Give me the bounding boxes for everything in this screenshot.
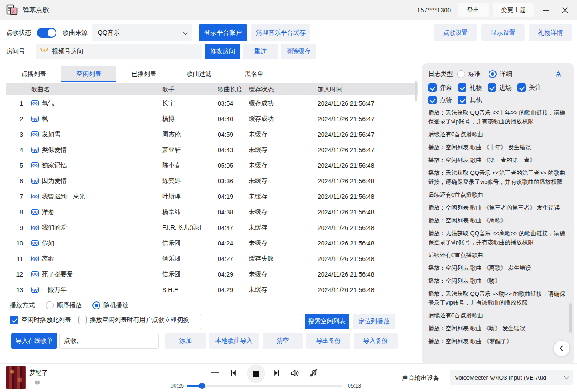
added-time-cell: 2024/11/26 21:56:48 [318, 162, 418, 169]
table-row[interactable]: 8QQ洋葱杨宗纬04:38未缓存2024/11/26 21:56:48 [6, 204, 418, 220]
song-settings-button[interactable]: 点歌设置 [434, 24, 477, 41]
change-theme-button[interactable]: 变更主题 [493, 3, 534, 17]
checkbox-icon[interactable] [428, 83, 437, 92]
stop-button[interactable] [247, 364, 265, 383]
radio-icon[interactable] [92, 301, 100, 309]
table-row[interactable]: 7QQ我曾遇到一束光叶斯淳04:19未缓存2024/11/26 21:56:48 [6, 189, 418, 204]
table-row[interactable]: 3QQ发如雪周杰伦04:59未缓存2024/11/26 21:56:47 [6, 127, 418, 142]
tab-song-filter[interactable]: 歌曲过滤 [171, 66, 227, 82]
radio-icon[interactable] [489, 70, 497, 78]
table-row[interactable]: 2QQ枫杨搏04:40缓存成功2024/11/26 21:56:47 [6, 111, 418, 127]
next-track-button[interactable] [272, 368, 281, 377]
room-input[interactable]: 视频号房间 [36, 44, 202, 59]
search-idle-list-button[interactable]: 搜索空闲列表 [305, 314, 349, 329]
song-name: 死了都要爱 [42, 270, 73, 278]
switch-on-request-option[interactable]: 播放空闲列表时有用户点歌立即切换 [78, 316, 189, 324]
locate-playing-button[interactable]: 定位到播放 [353, 314, 395, 329]
table-row[interactable]: 4QQ类似爱情萧亚轩04:43未缓存2024/11/26 21:56:47 [6, 142, 418, 158]
play-mode-option[interactable]: 随机播放 [92, 301, 128, 309]
row-index: 7 [6, 193, 26, 200]
radio-icon[interactable] [46, 301, 54, 309]
checkbox-icon[interactable] [488, 83, 496, 92]
artist-cell: 杨搏 [162, 115, 218, 123]
log-entry: 后续还有0首点播歌曲 [428, 190, 569, 199]
import-backup-button[interactable]: 导入备份 [354, 333, 398, 349]
source-select[interactable]: QQ音乐 [92, 24, 192, 41]
modify-room-button[interactable]: 修改房间 [205, 44, 240, 59]
log-filter-option[interactable]: 弹幕 [428, 83, 452, 92]
close-icon [562, 7, 568, 13]
login-platform-button[interactable]: 登录平台账户 [199, 24, 247, 41]
gift-details-button[interactable]: 礼物详情 [529, 24, 572, 41]
log-filter-option[interactable]: 其他 [458, 96, 482, 104]
clear-room-cache-button[interactable]: 清除缓存 [281, 44, 316, 59]
checkbox-icon[interactable] [78, 316, 87, 324]
log-scrollbar[interactable] [569, 303, 572, 333]
checkbox-icon[interactable] [458, 96, 466, 104]
table-row[interactable]: 5QQ独家记忆陈小春05:05未缓存2024/11/26 21:56:48 [6, 158, 418, 173]
progress-track[interactable] [187, 385, 342, 387]
progress-thumb[interactable] [199, 383, 205, 389]
local-import-button[interactable]: 本地歌曲导入 [209, 333, 259, 349]
request-prefix-input[interactable] [59, 333, 159, 349]
table-row[interactable]: 12QQ死了都要爱信乐团04:29未缓存2024/11/26 21:56:48 [6, 266, 418, 282]
collapse-log-button[interactable] [553, 340, 570, 356]
add-song-button[interactable] [210, 368, 220, 378]
log-filter-option[interactable]: 进场 [488, 83, 512, 92]
play-mode-option[interactable]: 顺序播放 [46, 301, 82, 309]
import-online-playlist-button[interactable]: 导入在线歌单 [11, 333, 57, 349]
row-index: 1 [6, 100, 26, 107]
table-row[interactable]: 11QQ离歌信乐团04:27缓存失败2024/11/26 21:56:48 [6, 251, 418, 266]
play-mode-label: 播放方式 [10, 301, 35, 309]
song-request-toggle[interactable] [37, 28, 56, 38]
table-row[interactable]: 6QQ因为爱情陈奕迅03:36未缓存2024/11/26 21:56:48 [6, 173, 418, 189]
cache-status-cell: 未缓存 [249, 146, 318, 154]
song-name: 假如 [42, 239, 54, 247]
artist-cell: 信乐团 [162, 239, 218, 247]
minimize-icon [543, 10, 549, 11]
reconnect-button[interactable]: 重连 [243, 44, 278, 59]
tab-request-list[interactable]: 点播列表 [6, 66, 61, 82]
table-row[interactable]: 10QQ假如信乐团04:24未缓存2024/11/26 21:56:48 [6, 235, 418, 251]
row-index: 3 [6, 131, 26, 138]
log-filter-option[interactable]: 礼物 [458, 83, 482, 92]
log-entry: 播放：空闲列表 歌曲 《离歌》 发生错误 [428, 264, 569, 273]
log-filter-option[interactable]: 关注 [517, 83, 541, 92]
logout-button[interactable]: 登出 [458, 3, 489, 17]
radio-icon[interactable] [457, 70, 465, 78]
added-time-cell: 2024/11/26 21:56:48 [318, 240, 418, 247]
lyrics-toggle-button[interactable] [308, 368, 318, 378]
log-type-option[interactable]: 详细 [489, 70, 512, 78]
tab-blacklist[interactable]: 黑名单 [227, 66, 282, 82]
previous-track-button[interactable] [229, 368, 238, 377]
checkbox-icon[interactable] [517, 83, 526, 92]
table-row[interactable]: 13QQ一眼万年S.H.E04:29未缓存2024/11/26 21:56:48 [6, 282, 418, 297]
tab-idle-list[interactable]: 空闲列表 [61, 66, 116, 82]
artist-cell: 周杰伦 [162, 131, 218, 139]
tab-played-list[interactable]: 已播列表 [116, 66, 171, 82]
table-row[interactable]: 1QQ氧气长宇03:54缓存成功2024/11/26 21:56:47 [6, 95, 418, 111]
checkbox-icon[interactable] [458, 83, 466, 92]
checkbox-icon[interactable] [428, 96, 437, 104]
clear-log-icon[interactable] [554, 70, 562, 79]
clear-list-button[interactable]: 清空 [263, 333, 303, 349]
table-scrollbar[interactable] [415, 81, 417, 101]
close-button[interactable] [557, 3, 573, 17]
idle-play-option[interactable]: 空闲时播放此列表 [10, 316, 71, 324]
table-row[interactable]: 9QQ我们的爱F.I.R.飞儿乐团04:47未缓存2024/11/26 21:5… [6, 220, 418, 235]
cache-status-cell: 未缓存 [249, 177, 318, 185]
song-name-cell: QQ因为爱情 [26, 177, 162, 185]
output-device-select[interactable]: VoiceMeeter VAIO3 Input (VB-Aud [450, 370, 573, 385]
log-filter-option[interactable]: 点赞 [428, 96, 452, 104]
add-button[interactable]: 添加 [165, 333, 206, 349]
display-settings-button[interactable]: 显示设置 [481, 24, 525, 41]
cache-status-cell: 缓存成功 [249, 99, 318, 107]
search-input[interactable] [200, 314, 302, 329]
minimize-button[interactable] [538, 3, 553, 17]
log-type-option[interactable]: 标准 [457, 70, 481, 78]
export-backup-button[interactable]: 导出备份 [306, 333, 350, 349]
duration-cell: 04:59 [218, 131, 249, 138]
volume-button[interactable] [290, 368, 301, 379]
checkbox-icon[interactable] [10, 316, 18, 324]
clean-music-cache-button[interactable]: 清理音乐平台缓存 [251, 24, 310, 41]
